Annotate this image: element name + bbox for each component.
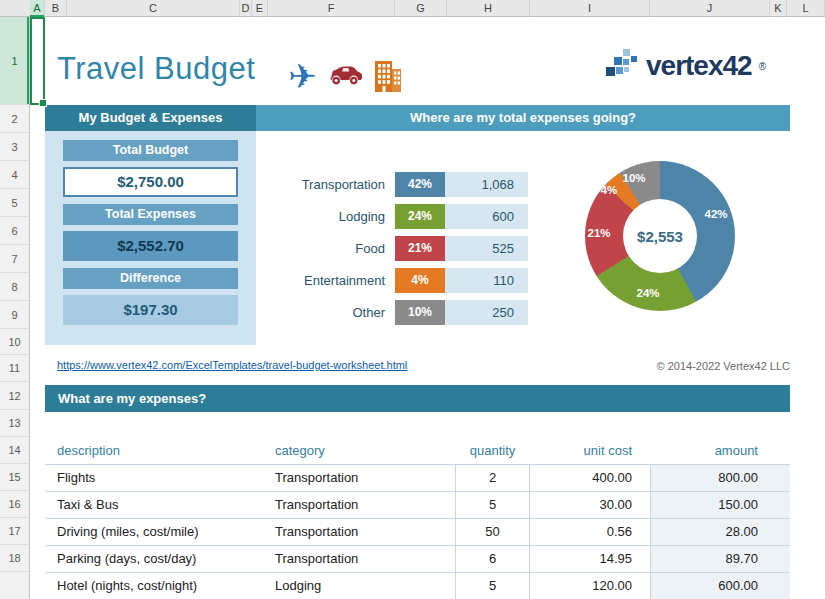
cell-amount[interactable]: 89.70 [650, 546, 790, 572]
category-row-3: Entertainment4%110 [260, 268, 528, 293]
cell-quantity[interactable]: 2 [455, 465, 530, 491]
table-row: Parking (days, cost/day)Transportation61… [45, 546, 790, 573]
category-label: Other [260, 300, 395, 325]
cell-description[interactable]: Taxi & Bus [45, 492, 268, 518]
row-header-9[interactable]: 9 [0, 301, 29, 329]
row-header-1[interactable]: 1 [0, 17, 29, 105]
cell-unit-cost[interactable]: 30.00 [530, 492, 650, 518]
category-percent-cell[interactable]: 10% [395, 300, 445, 325]
cell-amount[interactable]: 600.00 [650, 573, 790, 599]
cell-selection-outline [30, 17, 45, 105]
row-header-3[interactable]: 3 [0, 133, 29, 161]
copyright-text: © 2014-2022 Vertex42 LLC [490, 360, 790, 372]
cell-quantity[interactable]: 6 [455, 546, 530, 572]
cell-amount[interactable]: 800.00 [650, 465, 790, 491]
column-header-b[interactable]: B [45, 0, 67, 17]
category-amount-cell[interactable]: 1,068 [445, 172, 528, 197]
category-row-2: Food21%525 [260, 236, 528, 261]
budget-value-1[interactable]: $2,552.70 [63, 231, 238, 261]
budget-label-2: Difference [63, 268, 238, 289]
cell-unit-cost[interactable]: 0.56 [530, 519, 650, 545]
row-header-7[interactable]: 7 [0, 245, 29, 273]
cell-category[interactable]: Lodging [268, 573, 455, 599]
airplane-icon: ✈ [288, 59, 317, 93]
row-header-15[interactable]: 15 [0, 464, 29, 491]
row-header-2[interactable]: 2 [0, 105, 29, 133]
row-header-5[interactable]: 5 [0, 189, 29, 217]
category-label: Entertainment [260, 268, 395, 293]
template-url-link[interactable]: https://www.vertex42.com/ExcelTemplates/… [57, 359, 407, 371]
category-row-0: Transportation42%1,068 [260, 172, 528, 197]
cell-description[interactable]: Hotel (nights, cost/night) [45, 573, 268, 599]
cell-description[interactable]: Driving (miles, cost/mile) [45, 519, 268, 545]
category-label: Food [260, 236, 395, 261]
cell-category[interactable]: Transportation [268, 519, 455, 545]
table-row: FlightsTransportation2400.00800.00 [45, 465, 790, 492]
expense-table-header-row: descriptioncategoryquantityunit costamou… [45, 437, 790, 464]
donut-slice-label-0: 42% [704, 208, 727, 220]
donut-hole: $2,553 [623, 199, 697, 273]
cell-unit-cost[interactable]: 400.00 [530, 465, 650, 491]
column-header-g[interactable]: G [395, 0, 447, 17]
expense-table-title: What are my expenses? [45, 385, 790, 412]
row-header-4[interactable]: 4 [0, 161, 29, 189]
cell-unit-cost[interactable]: 120.00 [530, 573, 650, 599]
row-header-10[interactable]: 10 [0, 329, 29, 355]
column-header-d[interactable]: D [240, 0, 252, 17]
column-header-k[interactable]: K [770, 0, 787, 17]
excel-window: ABCDEFGHIJKL 123456789101112131415161718… [0, 0, 825, 599]
category-breakdown-list: Transportation42%1,068Lodging24%600Food2… [260, 172, 528, 332]
category-amount-cell[interactable]: 250 [445, 300, 528, 325]
row-header-14[interactable]: 14 [0, 437, 29, 464]
registered-mark: ® [759, 61, 766, 72]
cell-amount[interactable]: 150.00 [650, 492, 790, 518]
category-percent-cell[interactable]: 42% [395, 172, 445, 197]
table-row: Driving (miles, cost/mile)Transportation… [45, 519, 790, 546]
column-header-c[interactable]: C [67, 0, 240, 17]
category-amount-cell[interactable]: 525 [445, 236, 528, 261]
column-header-j[interactable]: J [650, 0, 770, 17]
row-header-18[interactable]: 18 [0, 545, 29, 572]
donut-slice-label-3: 4% [601, 184, 618, 196]
row-header-8[interactable]: 8 [0, 273, 29, 301]
expense-column-header-1: category [268, 437, 455, 464]
category-percent-cell[interactable]: 4% [395, 268, 445, 293]
cell-quantity[interactable]: 5 [455, 573, 530, 599]
row-header-16[interactable]: 16 [0, 491, 29, 518]
vertex42-logo-icon [602, 47, 640, 85]
category-amount-cell[interactable]: 600 [445, 204, 528, 229]
category-percent-cell[interactable]: 21% [395, 236, 445, 261]
column-header-row: ABCDEFGHIJKL [0, 0, 825, 17]
cell-category[interactable]: Transportation [268, 492, 455, 518]
column-header-l[interactable]: L [787, 0, 825, 17]
donut-center-total: $2,553 [637, 228, 683, 245]
expense-column-header-4: amount [650, 437, 790, 464]
column-header-h[interactable]: H [447, 0, 530, 17]
column-header-e[interactable]: E [252, 0, 268, 17]
budget-value-0[interactable]: $2,750.00 [63, 167, 238, 197]
category-percent-cell[interactable]: 24% [395, 204, 445, 229]
row-header-13[interactable]: 13 [0, 410, 29, 437]
cell-quantity[interactable]: 50 [455, 519, 530, 545]
column-header-a[interactable]: A [30, 0, 45, 17]
cell-description[interactable]: Flights [45, 465, 268, 491]
row-header-column: 123456789101112131415161718 [0, 17, 30, 599]
row-header-11[interactable]: 11 [0, 355, 29, 382]
cell-description[interactable]: Parking (days, cost/day) [45, 546, 268, 572]
cell-category[interactable]: Transportation [268, 546, 455, 572]
cell-amount[interactable]: 28.00 [650, 519, 790, 545]
row-header-12[interactable]: 12 [0, 382, 29, 410]
row-header-17[interactable]: 17 [0, 518, 29, 545]
vertex42-logo: vertex42 ® [602, 47, 766, 85]
cell-unit-cost[interactable]: 14.95 [530, 546, 650, 572]
column-header-i[interactable]: I [530, 0, 650, 17]
budget-value-2[interactable]: $197.30 [63, 295, 238, 325]
budget-label-0: Total Budget [63, 140, 238, 161]
row-header-6[interactable]: 6 [0, 217, 29, 245]
cell-category[interactable]: Transportation [268, 465, 455, 491]
expenses-donut-chart[interactable]: $2,553 42%24%21%4%10% [585, 161, 735, 311]
column-header-f[interactable]: F [268, 0, 395, 17]
cell-quantity[interactable]: 5 [455, 492, 530, 518]
category-amount-cell[interactable]: 110 [445, 268, 528, 293]
expense-table-body: FlightsTransportation2400.00800.00Taxi &… [45, 464, 790, 599]
